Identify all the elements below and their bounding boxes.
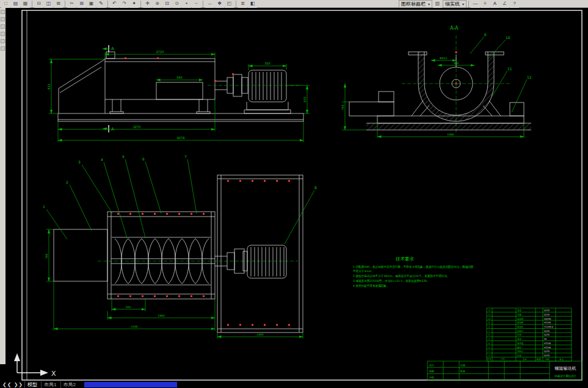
tech-note: 3.减速器采用ZQ350型，传动比i=31.5，润滑油选用N320。 <box>353 279 430 283</box>
tool-icon[interactable] <box>1 39 5 43</box>
left-docked-toolbar <box>0 8 5 364</box>
status-bar: ❮❮ ❯❯ 模型 布局1 布局2 <box>0 381 588 388</box>
parts-cell: 搅龙 <box>517 338 521 340</box>
balloon-number: 4 <box>101 157 103 162</box>
lineweight-icon[interactable]: ≡ <box>481 0 490 8</box>
dim-label: 500 <box>126 306 131 309</box>
help-icon[interactable]: ? <box>510 0 519 8</box>
parts-cell: 电动机 <box>517 326 524 328</box>
parts-cell: 12 <box>488 309 490 312</box>
tech-note: 2.整机空载试运转不少于30min，轴承温升不超过35℃，各紧固件不得松动。 <box>353 274 450 278</box>
parts-header: 材料 <box>545 358 550 361</box>
parts-cell: ZQ350 <box>544 318 551 320</box>
copy-icon[interactable]: ⊞ <box>77 0 86 8</box>
parts-cell: HT200 <box>544 342 551 345</box>
parts-header: 代号 <box>501 358 505 361</box>
zoom-out-icon[interactable]: − <box>192 0 201 8</box>
new-icon[interactable]: □ <box>1 0 10 8</box>
balloon-number: 6 <box>484 32 487 37</box>
distance-icon[interactable]: ↔ <box>205 0 214 8</box>
parts-cell: HT200 <box>544 322 551 324</box>
plan-view-balloons: 1 2 3 4 5 6 7 8 <box>43 154 317 244</box>
zoom-window-icon[interactable]: ⊡ <box>162 0 172 8</box>
titleblock-field: 制图 <box>429 370 434 373</box>
text-style-icon[interactable]: A <box>490 0 499 8</box>
toolbar-separator <box>468 1 469 7</box>
pan-icon[interactable]: ✛ <box>143 0 152 8</box>
print-preview-icon[interactable]: ◫ <box>44 0 53 8</box>
linetype-manager-icon[interactable]: — <box>471 0 480 8</box>
redo-icon[interactable]: ↷ <box>120 0 129 8</box>
title-block: 设计 制图 审核 比例 数量 螺旋输送机 机械设计课程设计 <box>427 361 582 380</box>
ucs-y-arrow <box>14 353 20 361</box>
parts-cell: Q235 <box>544 330 550 332</box>
dim-label: 813 <box>47 84 51 90</box>
tool-icon[interactable] <box>1 10 5 14</box>
layers-icon[interactable]: ≣ <box>238 0 247 8</box>
properties-icon[interactable]: ❖ <box>215 0 224 8</box>
parts-header: 备注 <box>559 358 564 361</box>
section-mark-top: A <box>103 45 114 52</box>
tab-nav-buttons[interactable]: ❮❮ ❯❯ <box>2 381 23 388</box>
parts-cell: 11 <box>488 314 490 316</box>
linetype-combo[interactable]: 细实线 ▾ <box>443 0 466 8</box>
parts-cell: 9 <box>488 322 490 324</box>
dim-label: 760 <box>341 105 344 110</box>
dim-style-icon[interactable]: ∠ <box>500 0 509 8</box>
parts-cell: 机壳 <box>517 334 521 336</box>
undo-icon[interactable]: ↶ <box>110 0 119 8</box>
parts-cell: Q235 <box>544 314 550 316</box>
toolbar-separator <box>107 1 108 7</box>
open-icon[interactable]: ▤ <box>11 0 20 8</box>
parts-cell: 45 <box>544 338 546 340</box>
dim-label: 350 <box>264 62 270 65</box>
parts-cell: 1 <box>488 354 490 357</box>
layer-combo-value: 图框标题栏 <box>401 1 426 7</box>
plan-view-dimensions: 500 1800 2500 1400 700 <box>45 229 303 339</box>
publish-icon[interactable]: ⊠ <box>54 0 63 8</box>
layer-previous-icon[interactable]: ◧ <box>248 0 257 8</box>
chevron-down-icon: ▾ <box>428 2 430 6</box>
top-toolbar: □ ▤ ▦ ⊟ ◫ ⊠ ✂ ⊞ ▣ ✎ ↶ ↷ ✦ ✛ ⊕ ⊡ ⊙ + − ↔ … <box>0 0 588 8</box>
paste-icon[interactable]: ▣ <box>87 0 96 8</box>
balloon-number: 12 <box>527 75 532 79</box>
technical-requirements: 技术要求 1.装配调试时，各运转部件应灵活可靠，不得有卡滞现象，搅龙叶片与机壳间… <box>353 256 474 288</box>
dim-label: 2500 <box>131 325 138 328</box>
save-icon[interactable]: ▦ <box>21 0 30 8</box>
tool-icon[interactable] <box>1 24 5 29</box>
dim-label: 560 <box>176 76 183 79</box>
parts-cell: 4 <box>488 342 490 345</box>
tech-note: 4.各密封处不得有渗漏现象。 <box>353 284 390 288</box>
parts-cell: HT200 <box>544 347 551 349</box>
color-control-icon[interactable]: ▧ <box>433 0 442 8</box>
hyperlink-icon[interactable]: ✦ <box>129 0 139 8</box>
balloon-number: 5 <box>122 154 125 159</box>
ucs-x-arrow <box>40 370 48 376</box>
match-properties-icon[interactable]: ✎ <box>96 0 106 8</box>
tab-layout1[interactable]: 布局1 <box>41 381 59 388</box>
parts-cell: 5 <box>488 338 490 340</box>
side-view-dimensions: 2720 560 813 350 3270 4078 600 <box>47 50 310 142</box>
parts-table: 12底座Q235 11支腿Q235 10减速器ZQ350 9联轴器HT200 8… <box>487 308 572 361</box>
tool-icon[interactable] <box>1 32 5 36</box>
titleblock-field: 数量 <box>460 370 465 373</box>
dim-label: 4078 <box>177 136 185 140</box>
zoom-realtime-icon[interactable]: ⊕ <box>153 0 162 8</box>
tab-layout2[interactable]: 布局2 <box>60 381 78 388</box>
parts-cell: 3 <box>488 347 490 349</box>
tool-icon[interactable] <box>1 46 5 51</box>
designcenter-icon[interactable]: ◰ <box>225 0 234 8</box>
tab-model[interactable]: 模型 <box>24 381 40 388</box>
layer-combo[interactable]: 图框标题栏 ▾ <box>399 0 432 8</box>
linetype-combo-value: 细实线 <box>445 1 460 7</box>
view-side-elevation: A A 2720 560 813 350 3270 4078 <box>47 45 310 142</box>
drawing-canvas[interactable]: A A 2720 560 813 350 3270 4078 <box>0 8 588 381</box>
section-view-balloons: 6 10 11 12 <box>470 32 532 112</box>
balloon-number: 11 <box>507 66 512 71</box>
cut-icon[interactable]: ✂ <box>67 0 76 8</box>
tool-icon[interactable] <box>1 17 5 21</box>
plot-icon[interactable]: ⊟ <box>34 0 43 8</box>
toolbar-separator <box>203 1 203 7</box>
zoom-previous-icon[interactable]: ⊙ <box>172 0 181 8</box>
zoom-in-icon[interactable]: + <box>182 0 191 8</box>
